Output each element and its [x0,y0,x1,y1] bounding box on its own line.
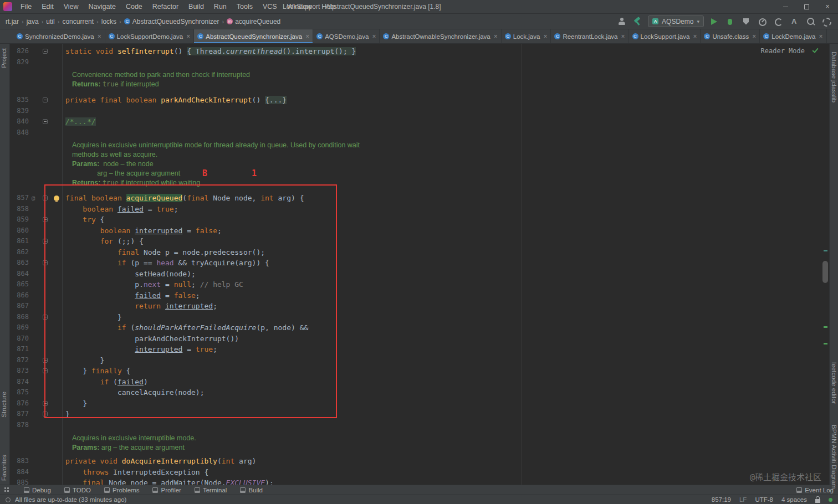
fold-marker[interactable] [38,95,52,106]
doc-line[interactable]: Returns: true if interrupted while waiti… [10,178,829,188]
stripe-item-structure[interactable]: Structure [1,392,7,418]
code-line[interactable]: 885 final Node node = addWaiter(Node.EXC… [10,477,829,485]
error-stripe-mark[interactable] [824,326,827,328]
menu-code[interactable]: Code [121,0,147,13]
code-line[interactable]: 863 if (p == head && tryAcquire(arg)) { [10,258,829,269]
tool-window-todo[interactable]: TODO [64,487,91,493]
tab-close-icon[interactable]: × [493,33,498,40]
code-line[interactable]: 865 p.next = null; // help GC [10,279,829,290]
doc-line[interactable]: arg – the acquire argument [10,169,829,178]
fold-box-icon[interactable] [43,315,48,320]
code-line[interactable]: 875 cancelAcquire(node); [10,387,829,398]
tool-window-build[interactable]: Build [240,487,263,493]
breadcrumb-item-rt.jar[interactable]: rt.jar [6,18,19,25]
user-profile-icon[interactable] [616,16,628,27]
code-line[interactable]: 883private void doAcquireInterruptibly(i… [10,456,829,467]
read-only-lock-icon[interactable] [815,499,820,503]
tab-AbstractOwnableSynchronizer.java[interactable]: CAbstractOwnableSynchronizer.java× [380,29,501,43]
stripe-item-database[interactable]: Database [831,52,837,79]
fold-marker[interactable] [38,258,52,269]
fold-marker[interactable] [38,193,52,204]
menu-run[interactable]: Run [209,0,232,13]
tab-LockSupport.java[interactable]: CLockSupport.java× [629,29,701,43]
doc-line[interactable]: Acquires in exclusive interruptible mode… [10,434,829,443]
code-line[interactable]: 878 [10,420,829,431]
code-line[interactable]: 826static void selfInterrupt() { Thread.… [10,46,829,57]
tab-Unsafe.class[interactable]: CUnsafe.class× [701,29,760,43]
fold-marker[interactable] [38,46,52,57]
code-line[interactable]: 877} [10,409,829,420]
line-ending[interactable]: LF [739,496,747,503]
notification-dot-icon[interactable] [829,498,832,502]
tab-close-icon[interactable]: × [620,33,625,40]
fold-box-icon[interactable] [43,49,48,54]
fold-marker[interactable] [38,409,52,420]
code-line[interactable]: 861 for (;;) { [10,236,829,247]
stripe-item-favorites[interactable]: Favorites [1,455,7,481]
tab-close-icon[interactable]: × [304,33,309,40]
code-line[interactable]: 829 [10,57,829,68]
tab-close-icon[interactable]: × [751,33,756,40]
tab-AbstractQueuedSynchronizer.java[interactable]: CAbstractQueuedSynchronizer.java× [194,29,313,43]
fold-box-icon[interactable] [43,412,48,416]
tab-close-icon[interactable]: × [542,33,547,40]
fold-box-icon[interactable] [43,217,48,222]
fold-marker[interactable] [38,366,52,377]
caret-position[interactable]: 857:19 [712,496,731,503]
stripe-item-jclasslib[interactable]: jclasslib [831,80,837,102]
code-line[interactable]: 835private final boolean parkAndCheckInt… [10,95,829,106]
code-line[interactable]: 862 final Node p = node.predecessor(); [10,247,829,258]
fold-box-icon[interactable] [43,358,48,363]
build-hammer-icon[interactable] [632,16,644,27]
menu-tools[interactable]: Tools [232,0,258,13]
menu-edit[interactable]: Edit [37,0,59,13]
menu-build[interactable]: Build [183,0,209,13]
breadcrumb-item-acquirequeued[interactable]: macquireQueued [227,18,280,25]
code-line[interactable]: 860 boolean interrupted = false; [10,225,829,236]
status-message[interactable]: All files are up-to-date (33 minutes ago… [15,496,126,503]
menu-view[interactable]: View [59,0,84,13]
tab-close-icon[interactable]: × [692,33,697,40]
code-line[interactable]: 870 parkAndCheckInterrupt()) [10,333,829,344]
breadcrumb-item-util[interactable]: util [46,18,54,25]
tool-window-event-log[interactable]: Event Log [796,487,834,493]
vcs-status-icon[interactable] [6,497,11,502]
fold-box-icon[interactable] [43,97,48,102]
code-line[interactable]: 874 if (failed) [10,377,829,388]
breadcrumb-item-locks[interactable]: locks [101,18,116,25]
menu-navigate[interactable]: Navigate [84,0,121,13]
tab-close-icon[interactable]: × [96,33,101,40]
code-line[interactable]: 872 } [10,355,829,366]
doc-line[interactable]: Acquires in exclusive uninterruptible mo… [10,141,829,150]
tab-LockSupportDemo.java[interactable]: CLockSupportDemo.java× [105,29,195,43]
tab-LockDemo.java[interactable]: CLockDemo.java× [760,29,826,43]
stripe-item-bpmn-activiti-diagram[interactable]: BPMN Activiti Diagram [831,425,837,489]
fold-box-icon[interactable] [43,119,48,124]
doc-line[interactable]: methods as well as acquire. [10,150,829,160]
breadcrumb-item-concurrent[interactable]: concurrent [62,18,94,25]
code-line[interactable]: 867 return interrupted; [10,301,829,312]
fold-marker[interactable] [38,116,52,127]
close-button[interactable]: × [817,0,838,13]
profiler-icon[interactable] [756,16,768,27]
coverage-icon[interactable] [740,16,752,27]
intention-bulb-icon[interactable] [54,196,59,201]
fold-marker[interactable] [38,312,52,323]
tab-close-icon[interactable]: × [818,33,823,40]
menu-vcs[interactable]: VCS [258,0,282,13]
tab-ReentrantLock.java[interactable]: CReentrantLock.java× [551,29,628,43]
code-line[interactable]: 839 [10,106,829,117]
stripe-item-project[interactable]: Project [1,48,7,68]
breadcrumb-item-java[interactable]: java [27,18,39,25]
search-icon[interactable] [804,16,816,27]
tab-AQSDemo.java[interactable]: CAQSDemo.java× [313,29,380,43]
tab-SynchronizedDemo.java[interactable]: CSynchronizedDemo.java× [13,29,105,43]
scrollbar-thumb[interactable] [822,261,828,283]
stripe-item-leetcode-editor[interactable]: leetcode editor [831,362,837,404]
breadcrumb-item-abstractqueuedsynchronizer[interactable]: CAbstractQueuedSynchronizer [124,18,219,25]
tab-Lock.java[interactable]: CLock.java× [502,29,551,43]
file-encoding[interactable]: UTF-8 [755,496,773,503]
doc-line[interactable]: Params: node – the node [10,160,829,169]
fold-marker[interactable] [38,398,52,409]
fold-marker[interactable] [38,355,52,366]
